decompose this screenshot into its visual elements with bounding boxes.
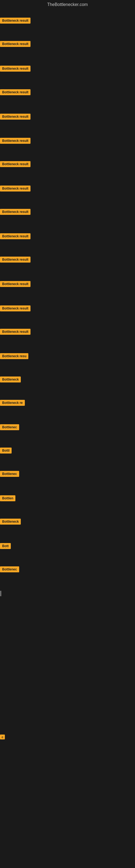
bottleneck-badge: Bottleneck resu — [0, 353, 28, 359]
bottleneck-result-item[interactable]: Bottleneck result — [0, 41, 31, 48]
bottleneck-result-item[interactable]: Bottleneck result — [0, 138, 31, 145]
bottleneck-badge: Bottleneck result — [0, 281, 31, 287]
bottleneck-result-item[interactable]: Bottleneck result — [0, 257, 31, 264]
bottleneck-result-item[interactable]: Bottleneck result — [0, 114, 31, 121]
bottleneck-result-item[interactable]: Bottlenec — [0, 471, 19, 478]
bottleneck-result-item[interactable]: Bottleneck result — [0, 89, 31, 96]
bottleneck-result-item[interactable]: Bott — [0, 543, 11, 550]
bottleneck-result-item[interactable]: Bottleneck — [0, 519, 21, 526]
bottleneck-result-item[interactable]: Bottlenec — [0, 566, 19, 574]
bottleneck-badge: Bottleneck re — [0, 400, 25, 406]
bottleneck-badge: Bottlenec — [0, 566, 19, 572]
bottleneck-badge: Bottleneck result — [0, 257, 31, 262]
bottleneck-result-item[interactable]: Bottleneck result — [0, 209, 31, 216]
text-cursor — [1, 591, 1, 596]
bottleneck-badge: Bottleneck result — [0, 186, 31, 191]
bottleneck-result-item[interactable]: Bottleneck result — [0, 186, 31, 193]
bottleneck-badge: Bottleneck result — [0, 66, 31, 72]
bottleneck-badge: Bottleneck result — [0, 233, 31, 239]
bottleneck-badge: Bottleneck result — [0, 41, 31, 47]
site-title: TheBottlenecker.com — [0, 0, 135, 9]
bottleneck-badge: Bottlenec — [0, 424, 19, 430]
bottleneck-result-item[interactable]: Bottleneck — [0, 376, 21, 383]
bottleneck-result-item[interactable]: Bottleneck result — [0, 329, 31, 336]
bottleneck-result-item[interactable]: Bottleneck result — [0, 161, 31, 168]
bottleneck-result-item[interactable]: Bottl — [0, 447, 12, 455]
bottleneck-badge: Bottleneck result — [0, 161, 31, 167]
bottleneck-result-item[interactable]: Bottleneck result — [0, 281, 31, 288]
bottleneck-badge: Bottlenec — [0, 471, 19, 477]
bottleneck-result-item[interactable]: Bottlenec — [0, 424, 19, 431]
bottleneck-badge: Bottleneck result — [0, 89, 31, 95]
bottleneck-badge: Bottleneck result — [0, 209, 31, 215]
bottleneck-result-item[interactable]: Bottlen — [0, 495, 15, 502]
bottleneck-badge: Bottlen — [0, 495, 15, 501]
bottleneck-badge: Bottleneck — [0, 376, 21, 382]
bottleneck-badge: Bottleneck result — [0, 138, 31, 144]
bottleneck-badge: Bottleneck result — [0, 114, 31, 120]
bottleneck-result-item[interactable]: Bottleneck resu — [0, 353, 28, 360]
bottleneck-result-item[interactable]: Bottleneck result — [0, 233, 31, 240]
bottleneck-result-item[interactable]: Bottleneck result — [0, 18, 31, 25]
bottleneck-badge: Bott — [0, 543, 11, 549]
bottleneck-badge: Bottleneck result — [0, 18, 31, 24]
bottleneck-badge: Bottleneck result — [0, 305, 31, 311]
bottleneck-result-item[interactable]: Bottleneck result — [0, 305, 31, 312]
bottleneck-badge: Bottleneck result — [0, 329, 31, 335]
bottleneck-badge: Bottl — [0, 447, 12, 454]
bottleneck-result-item[interactable]: Bottleneck re — [0, 400, 25, 407]
small-bottleneck-badge: c — [0, 735, 5, 739]
bottleneck-result-item[interactable]: Bottleneck result — [0, 66, 31, 73]
bottleneck-badge: Bottleneck — [0, 519, 21, 525]
